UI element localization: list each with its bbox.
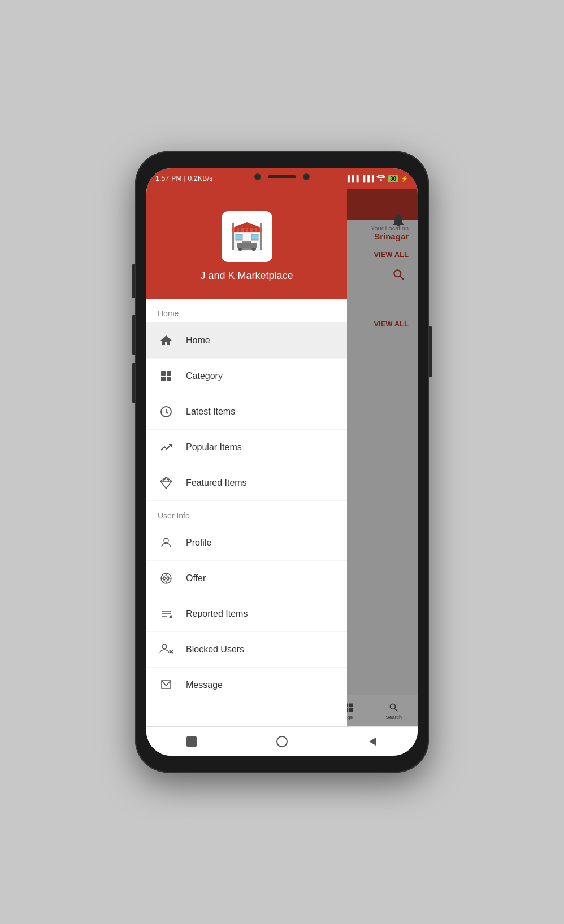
svg-rect-12 <box>236 234 242 240</box>
blocked-users-icon <box>158 641 175 658</box>
menu-label-offer: Offer <box>186 573 206 583</box>
phone-screen: 1:57 PM | 0.2KB/s ▐▐▐ ▐▐▐ 30 ⚡ <box>146 168 418 756</box>
notch-area <box>146 168 418 185</box>
nav-square-button[interactable] <box>180 730 203 753</box>
svg-rect-24 <box>250 228 253 232</box>
nav-drawer: J and K Marketplace Home Home <box>146 189 347 756</box>
svg-rect-25 <box>255 228 257 232</box>
menu-item-latest-items[interactable]: Latest Items <box>146 394 347 430</box>
menu-item-reported-items[interactable]: Reported Items <box>146 596 347 632</box>
menu-item-profile[interactable]: Profile <box>146 525 347 561</box>
menu-label-home: Home <box>186 335 210 346</box>
svg-rect-23 <box>246 228 248 232</box>
category-icon <box>158 368 175 385</box>
svg-rect-52 <box>186 736 197 747</box>
volume-up-button[interactable] <box>132 315 135 355</box>
message-icon <box>158 677 175 694</box>
drawer-header: J and K Marketplace <box>146 189 347 299</box>
svg-rect-15 <box>260 223 262 250</box>
nav-back-button[interactable] <box>361 730 384 753</box>
square-icon <box>186 736 197 747</box>
svg-rect-27 <box>161 371 166 376</box>
menu-label-popular-items: Popular Items <box>186 442 242 452</box>
svg-point-53 <box>277 736 287 747</box>
svg-rect-14 <box>232 223 234 250</box>
home-icon <box>158 332 175 349</box>
diamond-icon <box>158 474 175 491</box>
menu-item-message[interactable]: Message <box>146 668 347 703</box>
menu-item-blocked-users[interactable]: Blocked Users <box>146 632 347 668</box>
svg-rect-26 <box>259 228 262 232</box>
profile-icon <box>158 534 175 551</box>
bottom-nav-bar <box>146 726 418 756</box>
power-button[interactable] <box>429 326 432 377</box>
app-name: J and K Marketplace <box>200 270 293 282</box>
menu-label-reported-items: Reported Items <box>186 609 248 619</box>
menu-label-blocked-users: Blocked Users <box>186 644 244 655</box>
svg-rect-13 <box>251 234 258 240</box>
circle-icon <box>276 735 288 748</box>
offer-icon <box>158 570 175 587</box>
section-user-label: User Info <box>146 501 347 525</box>
svg-rect-19 <box>237 243 257 248</box>
menu-item-popular-items[interactable]: Popular Items <box>146 430 347 465</box>
reported-items-icon <box>158 605 175 622</box>
screen-content: Your Location Srinagar VIEW ALL <box>146 189 418 756</box>
camera-dot-right <box>303 173 310 180</box>
menu-item-home[interactable]: Home <box>146 323 347 359</box>
clock-icon <box>158 403 175 420</box>
app-logo <box>228 217 266 256</box>
camera-dot-left <box>254 173 261 180</box>
svg-rect-28 <box>167 371 171 376</box>
svg-rect-30 <box>167 377 171 381</box>
section-home-label: Home <box>146 299 347 323</box>
svg-rect-22 <box>241 228 244 232</box>
svg-point-49 <box>162 644 167 649</box>
menu-item-featured-items[interactable]: Featured Items <box>146 465 347 501</box>
app-logo-box <box>222 211 272 262</box>
menu-label-profile: Profile <box>186 538 211 548</box>
phone-device: 1:57 PM | 0.2KB/s ▐▐▐ ▐▐▐ 30 ⚡ <box>135 151 429 773</box>
menu-item-offer[interactable]: Offer <box>146 561 347 596</box>
svg-rect-29 <box>161 377 166 381</box>
menu-label-category: Category <box>186 371 223 381</box>
menu-item-category[interactable]: Category <box>146 359 347 394</box>
back-icon <box>368 737 377 746</box>
menu-label-message: Message <box>186 680 223 690</box>
svg-rect-20 <box>232 228 235 232</box>
svg-marker-54 <box>369 738 376 746</box>
menu-label-latest-items: Latest Items <box>186 407 235 417</box>
nav-home-button[interactable] <box>271 730 293 753</box>
trending-icon <box>158 439 175 456</box>
svg-rect-21 <box>237 228 239 232</box>
speaker-slot <box>268 175 296 178</box>
svg-point-35 <box>164 538 168 543</box>
volume-down-button[interactable] <box>132 363 135 403</box>
menu-label-featured-items: Featured Items <box>186 478 247 488</box>
